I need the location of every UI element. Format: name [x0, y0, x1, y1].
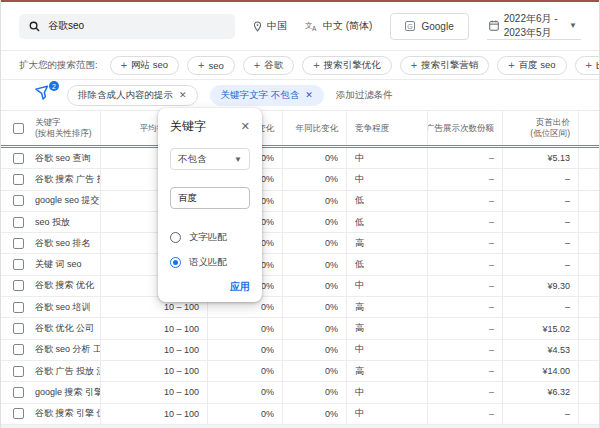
google-network-icon: G	[405, 21, 415, 31]
row-checkbox[interactable]	[13, 195, 24, 206]
extra-cell	[579, 276, 600, 296]
keyword-cell[interactable]: 谷歌 seo 分析 工具	[35, 340, 101, 360]
keyword-cell[interactable]: 谷歌 搜索 引擎 优化..	[35, 404, 101, 424]
date-range-selector[interactable]: 2022年6月 - 2023年5月 ▼	[487, 13, 581, 40]
row-checkbox-cell	[1, 148, 35, 168]
bid-low-cell: ¥15.02	[503, 318, 579, 338]
competition-cell: 中	[347, 276, 428, 296]
row-checkbox[interactable]	[13, 174, 24, 185]
row-checkbox[interactable]	[13, 344, 24, 355]
expand-keyword-chip[interactable]: + bing seo	[575, 56, 600, 75]
row-checkbox[interactable]	[13, 323, 24, 334]
avg-monthly-cell: 10 – 100	[101, 382, 208, 402]
row-checkbox[interactable]	[13, 302, 24, 313]
header-bid-low-label: 页首出价	[536, 117, 570, 128]
expand-keyword-chip[interactable]: + seo	[187, 56, 235, 75]
keyword-cell[interactable]: 谷歌 搜索 优化	[35, 276, 101, 296]
table-header-row: 关键字 (按相关性排序) 平均每月搜索量 三个月变化 年同比变化 竞争程度 广告…	[1, 110, 600, 148]
popup-close-icon[interactable]: ✕	[241, 120, 250, 133]
add-filter-link[interactable]: 添加过滤条件	[336, 89, 393, 102]
condition-select[interactable]: 不包含 ▼	[170, 148, 250, 170]
expand-keyword-chip[interactable]: + 网站 seo	[110, 56, 179, 75]
filter-value-field[interactable]	[170, 187, 250, 209]
radio-semantic-match-label: 语义匹配	[189, 256, 227, 269]
keyword-cell[interactable]: 关键 词 seo	[35, 254, 101, 274]
keyword-cell[interactable]: 谷歌 seo 排名	[35, 233, 101, 253]
competition-cell: 中	[347, 404, 428, 424]
ad-share-cell: –	[428, 212, 503, 232]
keyword-cell[interactable]: 谷歌 seo 查询	[35, 148, 101, 168]
radio-text-match[interactable]: 文字匹配	[170, 231, 250, 244]
keyword-planner-screen: 中国 文A 中文 (简体) G Google 2022年6月 - 2023年5月…	[0, 0, 600, 428]
table-row: seo 投放 0% 0% 低 – –	[1, 212, 600, 233]
radio-semantic-match[interactable]: 语义匹配	[170, 256, 250, 269]
row-checkbox[interactable]	[13, 387, 24, 398]
row-checkbox[interactable]	[13, 408, 24, 419]
row-checkbox[interactable]	[13, 259, 24, 270]
competition-cell: 中	[347, 169, 428, 189]
bid-low-cell: ¥6.32	[503, 382, 579, 402]
yoy-cell: 0%	[283, 297, 347, 317]
row-checkbox[interactable]	[13, 366, 24, 377]
three-month-cell: 0%	[208, 361, 283, 381]
select-all-checkbox[interactable]	[13, 123, 24, 134]
keyword-cell[interactable]: 谷歌 seo 培训	[35, 297, 101, 317]
calendar-icon	[489, 20, 499, 31]
keyword-table: 关键字 (按相关性排序) 平均每月搜索量 三个月变化 年同比变化 竞争程度 广告…	[1, 110, 600, 425]
row-checkbox[interactable]	[13, 217, 24, 228]
row-checkbox[interactable]	[13, 153, 24, 164]
extra-cell	[579, 212, 600, 232]
expand-keyword-chip[interactable]: + 谷歌	[243, 56, 294, 75]
filter-chip-keyword-text[interactable]: 关键字文字 不包含 ✕	[210, 85, 324, 106]
expand-keyword-chip[interactable]: + 百度 seo	[497, 56, 566, 75]
extra-cell	[579, 254, 600, 274]
close-icon[interactable]: ✕	[179, 90, 187, 100]
radio-selected-icon[interactable]	[170, 257, 181, 268]
competition-cell: 中	[347, 382, 428, 402]
table-row: google seo 提交 0% 0% 低 – –	[1, 191, 600, 212]
keyword-cell[interactable]: 谷歌 搜索 广告 投放..	[35, 169, 101, 189]
location-pin-icon	[253, 21, 262, 32]
keyword-cell[interactable]: 谷歌 优化 公司	[35, 318, 101, 338]
header-keyword[interactable]: 关键字 (按相关性排序)	[35, 111, 101, 145]
expand-keyword-chip[interactable]: + 搜索引擎优化	[302, 56, 391, 75]
apply-row: 应用	[170, 280, 250, 294]
keyword-cell[interactable]: google 搜索 引擎 优..	[35, 382, 101, 402]
plus-icon: +	[254, 59, 260, 71]
expand-keyword-chip-label: 搜索引擎营销	[421, 59, 478, 72]
radio-unselected-icon[interactable]	[170, 232, 181, 243]
keyword-search-box[interactable]	[19, 14, 235, 39]
plus-icon: +	[508, 59, 514, 71]
filter-value-input[interactable]	[178, 193, 242, 204]
table-row: 谷歌 优化 公司 10 – 100 0% 0% 高 – ¥15.02	[1, 318, 600, 339]
header-ad-share[interactable]: 广告展示次数份额	[428, 111, 503, 145]
row-checkbox[interactable]	[13, 280, 24, 291]
close-icon[interactable]: ✕	[305, 90, 313, 100]
popup-title: 关键字	[170, 118, 206, 135]
header-bid-low[interactable]: 页首出价 (低位区间)	[503, 111, 579, 145]
filter-count-badge: 2	[49, 81, 59, 91]
row-checkbox-cell	[1, 191, 35, 211]
header-keyword-sub: (按相关性排序)	[35, 128, 92, 139]
bid-low-cell: –	[503, 404, 579, 424]
language-selector[interactable]: 文A 中文 (简体)	[305, 19, 372, 33]
bid-low-cell: –	[503, 297, 579, 317]
bid-low-cell: –	[503, 233, 579, 253]
svg-text:A: A	[312, 25, 317, 32]
row-checkbox[interactable]	[13, 238, 24, 249]
filter-chip-exclude-adult[interactable]: 排除含成人内容的提示 ✕	[67, 85, 198, 106]
yoy-cell: 0%	[283, 233, 347, 253]
keyword-cell[interactable]: google seo 提交	[35, 191, 101, 211]
header-yoy[interactable]: 年同比变化	[283, 111, 347, 145]
search-input[interactable]	[48, 21, 208, 32]
apply-button[interactable]: 应用	[230, 280, 250, 294]
network-selector[interactable]: G Google	[390, 13, 468, 40]
header-competition[interactable]: 竞争程度	[347, 111, 428, 145]
location-selector[interactable]: 中国	[253, 19, 287, 33]
expand-keyword-chip[interactable]: + 搜索引擎营销	[400, 56, 489, 75]
svg-text:G: G	[408, 23, 413, 30]
keyword-cell[interactable]: 谷歌 广告 投放 流程	[35, 361, 101, 381]
keyword-cell[interactable]: seo 投放	[35, 212, 101, 232]
yoy-cell: 0%	[283, 148, 347, 168]
filter-funnel-button[interactable]: 2	[35, 85, 55, 105]
